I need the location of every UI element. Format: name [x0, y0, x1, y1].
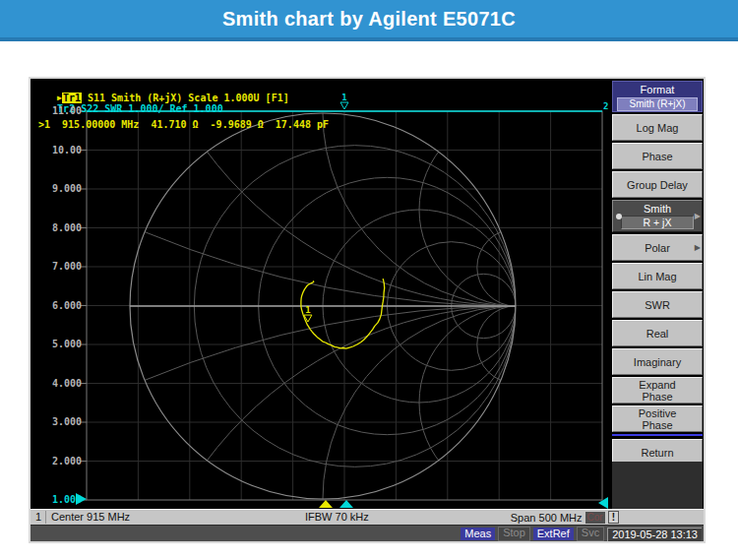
scale-label-6.000: 6.000 — [31, 300, 82, 311]
channel-status-bar: 1 Center 915 MHz IFBW 70 kHz Span 500 MH… — [31, 509, 704, 525]
svg-text:2: 2 — [603, 101, 608, 111]
channel-number: 1 — [31, 511, 46, 524]
marker-1-tr2: 1 — [340, 93, 348, 109]
menu-separator — [612, 434, 703, 436]
format-current-value: Smith (R+jX) — [617, 97, 698, 111]
ifbw-label: IFBW 70 kHz — [305, 511, 369, 524]
tr1-trace — [301, 279, 385, 348]
menu-item-swr[interactable]: SWR — [612, 291, 703, 318]
span-label: Span 500 MHz — [511, 512, 583, 524]
status-badge-svc: Svc — [577, 527, 604, 541]
scale-label-4.000: 4.000 — [31, 378, 82, 389]
trace2-status-text: S22 SWR 1.000/ Ref 1.000 — [75, 103, 223, 114]
menu-item-smith[interactable]: SmithR + jX▶ — [612, 200, 703, 232]
correction-badge: Cor — [585, 512, 605, 524]
status-badge-extref: ExtRef — [533, 528, 574, 540]
menu-item-polar[interactable]: Polar▶ — [612, 234, 703, 261]
submenu-arrow-icon: ▶ — [695, 242, 701, 254]
menu-item-imaginary[interactable]: Imaginary — [612, 348, 703, 375]
format-menu-title: Format — [613, 84, 702, 95]
sweep-position-marker — [598, 497, 608, 509]
scale-label-11.00: 11.00 — [31, 105, 82, 116]
banner-title: Smith chart by Agilent E5071C — [0, 0, 738, 41]
smith-chart-graticule: 121 — [31, 79, 704, 512]
status-badge-stop: Stop — [498, 527, 530, 541]
submenu-arrow-icon: ▶ — [695, 211, 701, 222]
scale-label-3.000: 3.000 — [31, 416, 82, 427]
scale-label-8.000: 8.000 — [31, 222, 82, 233]
tr1-stimulus-marker — [319, 500, 333, 508]
status-badge-meas: Meas — [461, 528, 495, 540]
softkey-menu: Format Smith (R+jX) Log MagPhaseGroup De… — [612, 81, 703, 467]
menu-item-real[interactable]: Real — [612, 320, 703, 346]
scale-label-7.000: 7.000 — [31, 261, 82, 272]
center-frequency-label: Center 915 MHz — [51, 511, 130, 524]
svg-text:1: 1 — [341, 93, 346, 102]
svg-text:1: 1 — [305, 305, 310, 315]
scale-label-2.000: 2.000 — [31, 456, 82, 467]
tr2-stimulus-marker — [339, 500, 353, 508]
scale-label-5.000: 5.000 — [31, 339, 82, 349]
radio-indicator-icon — [616, 214, 622, 219]
menu-item-expand-phase[interactable]: ExpandPhase — [612, 377, 703, 404]
banner-title-text: Smith chart by Agilent E5071C — [222, 8, 516, 30]
menu-item-positive-phase[interactable]: PositivePhase — [612, 405, 703, 432]
scale-label-10.00: 10.00 — [31, 145, 82, 156]
menu-item-smith-value: R + jX — [621, 216, 694, 229]
menu-item-group-delay[interactable]: Group Delay — [612, 171, 703, 198]
scale-label-1.000: 1.000 — [31, 494, 82, 505]
alert-badge: ! — [608, 511, 619, 524]
instrument-status-bar: MeasStopExtRefSvc2019-05-28 13:13 — [31, 525, 704, 541]
menu-item-log-mag[interactable]: Log Mag — [612, 114, 703, 141]
marker1-readout: >1 915.00000 MHz 41.710 Ω -9.9689 Ω 17.4… — [38, 119, 329, 130]
datetime-display: 2019-05-28 13:13 — [607, 528, 702, 541]
menu-item-lin-mag[interactable]: Lin Mag — [612, 263, 703, 289]
menu-item-phase[interactable]: Phase — [612, 143, 703, 169]
scale-label-9.000: 9.000 — [31, 183, 82, 194]
analyzer-screen: 121 ▶Tr1 S11 Smith (R+jX) Scale 1.000U [… — [29, 77, 706, 543]
menu-filler — [612, 462, 703, 509]
format-menu-header: Format Smith (R+jX) — [612, 81, 703, 112]
